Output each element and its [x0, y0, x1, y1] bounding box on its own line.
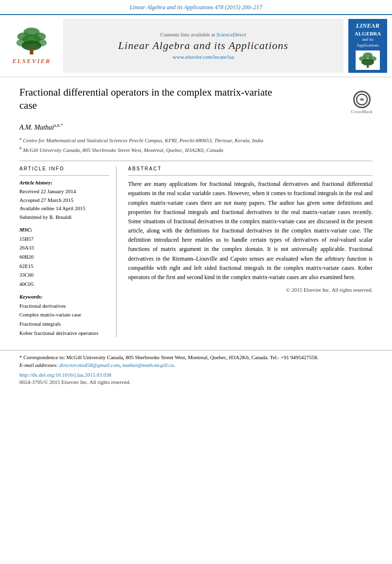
doi-section: http://dx.doi.org/10.1016/j.laa.2015.03.… [0, 368, 392, 390]
email-line: E-mail addresses: directorcms458@gmail.c… [19, 362, 373, 368]
abstract-text: There are many applications for fraction… [128, 180, 373, 282]
svg-point-11 [361, 59, 374, 66]
sciencedirect-line: Contents lists available at ScienceDirec… [161, 32, 246, 37]
msc-codes: 15B5726A3360B2062E1533C6040C05 [19, 234, 109, 289]
journal-banner: ELSEVIER Contents lists available at Sci… [0, 14, 392, 77]
sciencedirect-link[interactable]: ScienceDirect [216, 32, 246, 37]
journal-main-title: Linear Algebra and its Applications [118, 39, 289, 52]
svg-point-6 [22, 40, 42, 50]
submitted-by: Submitted by R. Brualdi [19, 213, 109, 222]
keywords-label: Keywords: [19, 294, 109, 299]
elsevier-label: ELSEVIER [12, 57, 51, 65]
title-crossmark-row: Fractional differential operators in the… [19, 86, 373, 118]
author-sup: a,b,* [54, 123, 63, 128]
journal-citation: Linear Algebra and its Applications 478 … [0, 0, 392, 14]
elsevier-tree-icon [12, 27, 51, 56]
article-info-col: ARTICLE INFO Article history: Received 2… [19, 166, 116, 337]
main-content: Fractional differential operators in the… [0, 77, 392, 343]
accepted-date: Accepted 27 March 2015 [19, 196, 109, 205]
footer-divider [0, 350, 392, 350]
available-online: Available online 14 April 2015 [19, 204, 109, 213]
abstract-col: ABSTRACT There are many applications for… [128, 166, 373, 337]
doi-copyright: 0024-3795/© 2015 Elsevier Inc. All right… [19, 379, 373, 385]
abstract-copyright: © 2015 Elsevier Inc. All rights reserved… [128, 287, 373, 293]
received-date: Received 22 January 2014 [19, 187, 109, 196]
affiliation-a: a Centre for Mathematical and Statistica… [19, 135, 373, 144]
article-info-header: ARTICLE INFO [19, 166, 109, 171]
elsevier-logo: ELSEVIER [5, 19, 58, 73]
doi-link[interactable]: http://dx.doi.org/10.1016/j.laa.2015.03.… [19, 372, 373, 378]
history-label: Article history: [19, 180, 109, 185]
journal-logo-box: LINEAR ALGEBRA and its Applications [348, 19, 387, 73]
journal-title-section: Contents lists available at ScienceDirec… [63, 19, 343, 73]
svg-rect-12 [367, 65, 369, 68]
abstract-header: ABSTRACT [128, 166, 373, 171]
msc-label: MSC: [19, 227, 109, 232]
email-1[interactable]: directorcms458@gmail.com [59, 362, 119, 368]
footnote-correspondence: * Correspondence to: McGill University C… [19, 354, 373, 360]
two-col-section: ARTICLE INFO Article history: Received 2… [19, 166, 373, 337]
affiliations: a Centre for Mathematical and Statistica… [19, 135, 373, 154]
footnote-section: * Correspondence to: McGill University C… [0, 354, 392, 368]
email-2[interactable]: mathai@math.mcgill.ca [122, 362, 174, 368]
affiliation-b: b McGill University Canada, 805 Sherbroo… [19, 145, 373, 154]
authors: A.M. Mathaia,b,* [19, 123, 373, 132]
keywords-list: Fractional derivatives Complex matrix-va… [19, 301, 109, 338]
journal-url[interactable]: www.elsevier.com/locate/laa [173, 54, 234, 60]
content-divider [19, 161, 373, 161]
crossmark-label: CrossMark [351, 109, 373, 114]
crossmark-icon [353, 91, 371, 108]
article-title: Fractional differential operators in the… [19, 86, 281, 113]
svg-rect-7 [30, 49, 33, 54]
crossmark-badge[interactable]: CrossMark [351, 91, 373, 114]
